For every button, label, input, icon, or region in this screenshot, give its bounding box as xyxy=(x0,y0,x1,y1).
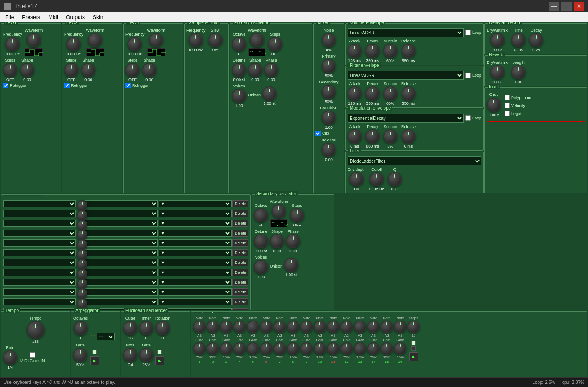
vol-env-sustain-knob[interactable] xyxy=(383,44,398,58)
step-gate-knob-6[interactable] xyxy=(273,342,286,355)
maximize-button[interactable]: □ xyxy=(561,2,572,11)
filter-envelope-dropdown[interactable]: LinearADSR xyxy=(348,71,464,80)
tempo-knob[interactable] xyxy=(27,321,45,339)
mixer-balance-knob[interactable] xyxy=(322,143,336,157)
step-gate-knob-8[interactable] xyxy=(300,342,313,355)
mod-source-dropdown[interactable] xyxy=(3,269,76,276)
mod-source-dropdown[interactable] xyxy=(3,259,76,266)
step-gate-knob-10[interactable] xyxy=(327,342,340,355)
mixer-overdrive-knob[interactable] xyxy=(322,111,336,125)
mod-delete-button[interactable]: Delete xyxy=(232,200,248,207)
lfo1-frequency-knob[interactable] xyxy=(5,37,20,51)
input-polyphonic-checkbox[interactable] xyxy=(505,95,510,100)
arp-play-btn[interactable]: ▶ xyxy=(90,356,99,365)
mod-target-dropdown[interactable] xyxy=(85,298,157,305)
step-gate-knob-1[interactable] xyxy=(207,342,219,355)
step-note-knob-3[interactable] xyxy=(233,321,246,333)
lfo1-waveform-knob[interactable] xyxy=(27,33,41,47)
posc-voices-knob[interactable] xyxy=(232,89,246,103)
reverb-length-knob[interactable] xyxy=(511,65,526,79)
lfo2-shape-knob[interactable] xyxy=(81,63,95,77)
mod-source-dropdown[interactable] xyxy=(3,249,76,256)
arp-gate-knob[interactable] xyxy=(73,348,87,362)
posc-detune-knob[interactable] xyxy=(232,63,246,77)
mod-delete-button[interactable]: Delete xyxy=(232,308,248,310)
menu-file[interactable]: File xyxy=(2,12,17,22)
filter-cutoff-knob[interactable] xyxy=(369,172,384,186)
arp-mode-dropdown[interactable]: ↑↑ xyxy=(97,333,115,340)
mod-target-dropdown[interactable] xyxy=(85,230,157,237)
step-note-knob-15[interactable] xyxy=(394,321,406,333)
menu-outputs[interactable]: Outputs xyxy=(62,12,88,22)
step-gate-knob-4[interactable] xyxy=(247,342,259,355)
mod-target-dropdown[interactable] xyxy=(85,210,157,217)
mod-delete-button[interactable]: Delete xyxy=(232,279,248,286)
delay-decay-knob[interactable] xyxy=(529,33,543,47)
sosc-octave-knob[interactable] xyxy=(254,208,268,222)
mod-source-dropdown[interactable] xyxy=(3,298,76,305)
step-gate-knob-12[interactable] xyxy=(354,342,366,355)
step-gate-knob-3[interactable] xyxy=(233,342,246,355)
euc-inner-knob[interactable] xyxy=(139,321,153,335)
euc-rotation-knob[interactable] xyxy=(156,321,170,335)
menu-skin[interactable]: Skin xyxy=(89,12,107,22)
fil-env-attack-knob[interactable] xyxy=(348,86,362,101)
posc-shape-knob[interactable] xyxy=(248,63,262,77)
lfo1-steps-knob[interactable] xyxy=(3,63,17,77)
mod-env-attack-knob[interactable] xyxy=(348,129,362,144)
step-note-knob-1[interactable] xyxy=(207,321,219,333)
mod-source-dropdown[interactable] xyxy=(3,288,76,296)
mod-mode-dropdown[interactable]: ▼ xyxy=(159,230,232,237)
step-rec-btn[interactable] xyxy=(411,346,416,351)
mixer-clip-checkbox[interactable] xyxy=(315,131,321,136)
euc-stop-btn[interactable] xyxy=(157,350,162,354)
mod-envelope-loop-checkbox[interactable] xyxy=(465,115,471,121)
midi-clock-checkbox[interactable] xyxy=(30,352,35,358)
lfo1-shape-knob[interactable] xyxy=(20,63,34,77)
euc-gate-knob[interactable] xyxy=(139,348,153,362)
sosc-shape-knob[interactable] xyxy=(270,234,284,248)
filter-env-depth-knob[interactable] xyxy=(349,172,364,186)
lfo3-waveform-knob[interactable] xyxy=(149,33,163,47)
fil-env-release-knob[interactable] xyxy=(402,86,416,101)
sosc-unison-knob[interactable] xyxy=(284,258,298,272)
euc-note-knob[interactable] xyxy=(123,348,137,362)
mixer-secondary-knob[interactable] xyxy=(322,85,336,99)
step-play-btn[interactable]: ▶ xyxy=(409,352,418,361)
mod-mode-dropdown[interactable]: ▼ xyxy=(159,249,232,256)
mod-target-dropdown[interactable] xyxy=(85,220,157,227)
sosc-steps-knob[interactable] xyxy=(290,208,304,222)
step-gate-knob-9[interactable] xyxy=(314,342,326,355)
mod-mode-dropdown[interactable]: ▼ xyxy=(159,239,232,247)
input-glide-knob[interactable] xyxy=(487,98,501,112)
filter-envelope-loop-checkbox[interactable] xyxy=(465,73,471,78)
step-note-knob-11[interactable] xyxy=(340,321,353,333)
mod-delete-button[interactable]: Delete xyxy=(232,249,248,256)
minimize-button[interactable]: — xyxy=(549,2,559,11)
mod-delete-button[interactable]: Delete xyxy=(232,259,248,266)
mod-mode-dropdown[interactable]: ▼ xyxy=(159,220,232,227)
lfo2-waveform-knob[interactable] xyxy=(88,33,102,47)
step-gate-knob-2[interactable] xyxy=(220,342,232,355)
posc-unison-knob[interactable] xyxy=(262,86,277,101)
posc-steps-knob[interactable] xyxy=(268,37,282,51)
mod-mode-dropdown[interactable]: ▼ xyxy=(159,279,232,286)
sh-frequency-knob[interactable] xyxy=(189,33,203,47)
step-gate-knob-0[interactable] xyxy=(193,342,206,355)
mod-env-decay-knob[interactable] xyxy=(365,129,380,144)
step-gate-knob-11[interactable] xyxy=(340,342,353,355)
vol-env-attack-knob[interactable] xyxy=(348,44,362,58)
lfo2-retrigger-checkbox[interactable] xyxy=(64,83,70,88)
mod-mode-dropdown[interactable]: ▼ xyxy=(159,269,232,276)
mod-mode-dropdown[interactable]: ▼ xyxy=(159,298,232,305)
vol-env-decay-knob[interactable] xyxy=(365,44,380,58)
mod-delete-button[interactable]: Delete xyxy=(232,230,248,237)
step-note-knob-7[interactable] xyxy=(287,321,299,333)
lfo3-retrigger-checkbox[interactable] xyxy=(125,83,131,88)
mod-source-dropdown[interactable] xyxy=(3,239,76,247)
mod-delete-button[interactable]: Delete xyxy=(232,288,248,296)
step-note-knob-4[interactable] xyxy=(247,321,259,333)
lfo2-steps-knob[interactable] xyxy=(64,63,79,77)
sosc-detune-knob[interactable] xyxy=(254,234,268,248)
step-gate-knob-15[interactable] xyxy=(394,342,406,355)
